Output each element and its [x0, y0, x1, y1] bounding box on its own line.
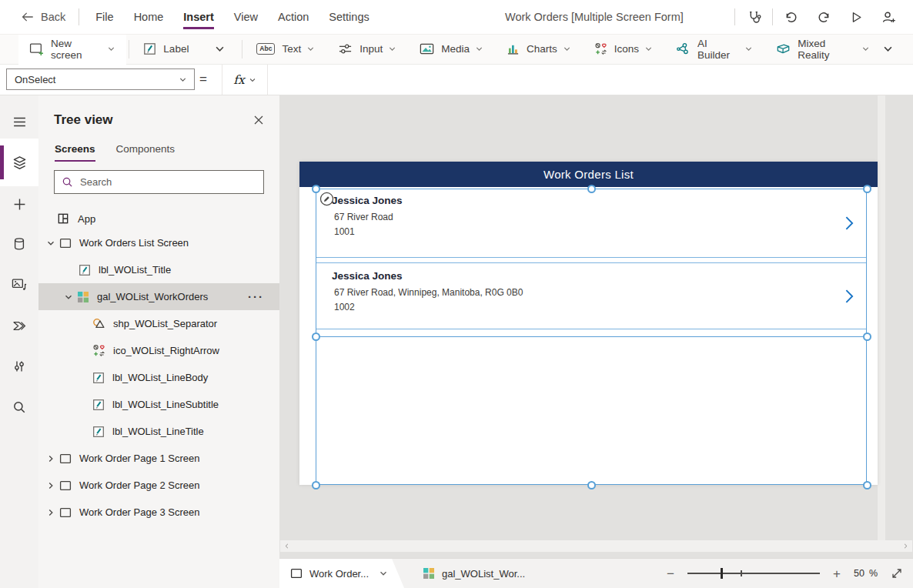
zoom-in-button[interactable]: +	[833, 567, 841, 580]
text-menu-button[interactable]: Abc Text	[245, 34, 326, 65]
back-arrow-icon	[21, 12, 34, 22]
insert-rail-button[interactable]	[0, 187, 38, 221]
menu-item-view[interactable]: View	[224, 0, 268, 34]
tree-item-lbl-wolist-linetitle[interactable]: lbl_WOList_LineTitle	[38, 418, 279, 445]
back-button[interactable]: Back	[0, 11, 79, 23]
selection-handle-mid-right[interactable]	[863, 332, 871, 341]
close-panel-button[interactable]	[253, 115, 264, 125]
screen-title-text: Work Orders List	[543, 168, 634, 181]
undo-button[interactable]	[778, 4, 805, 30]
tree-item-work-order-page-1-screen[interactable]: Work Order Page 1 Screen	[38, 445, 279, 472]
scroll-left-arrow-icon[interactable]	[283, 543, 290, 550]
menu-item-action[interactable]: Action	[268, 0, 319, 34]
menu-item-insert[interactable]: Insert	[173, 0, 224, 34]
data-rail-button[interactable]	[0, 227, 38, 261]
chevron-down-icon	[107, 45, 115, 53]
property-dropdown[interactable]: OnSelect	[6, 68, 195, 90]
menu-item-file[interactable]: File	[85, 0, 123, 34]
hamburger-menu-button[interactable]	[0, 105, 38, 139]
advanced-tools-rail-button[interactable]	[0, 349, 38, 383]
mixed-reality-menu-button[interactable]: Mixed Reality	[764, 34, 881, 65]
tree-search-box	[54, 170, 264, 194]
ai-builder-menu-button[interactable]: AI Builder	[664, 34, 764, 65]
item-subtitle[interactable]: 67 River Road, Winnipeg, Manitoba, R0G 0…	[334, 287, 523, 298]
right-arrow-icon[interactable]	[845, 289, 854, 304]
chevron-down-icon	[881, 43, 895, 55]
chevron-right-icon[interactable]	[46, 454, 55, 463]
icons-menu-button[interactable]: Icons	[583, 34, 664, 65]
hamburger-icon	[12, 116, 27, 128]
selection-handle-top-left[interactable]	[312, 185, 320, 193]
tree-view-rail-button[interactable]	[0, 139, 38, 186]
chevron-down-icon	[475, 45, 483, 53]
search-rail-button[interactable]	[0, 390, 38, 424]
selection-handle-top-right[interactable]	[863, 185, 871, 193]
selection-handle-bottom-mid[interactable]	[587, 481, 596, 489]
zoom-slider[interactable]	[687, 568, 820, 579]
preview-button[interactable]	[842, 4, 870, 30]
zoom-slider-thumb[interactable]	[721, 568, 723, 579]
tab-screens[interactable]: Screens	[55, 143, 95, 162]
tree-item-app[interactable]: App	[38, 206, 279, 231]
input-menu-button[interactable]: Input	[326, 34, 408, 65]
label-dropdown-button[interactable]	[200, 34, 239, 65]
chevron-down-icon[interactable]	[46, 239, 55, 248]
label-icon	[92, 399, 105, 411]
chevron-right-icon[interactable]	[46, 481, 55, 490]
right-arrow-icon[interactable]	[845, 215, 854, 231]
new-screen-button[interactable]: New screen	[18, 34, 126, 65]
media-rail-button[interactable]	[0, 268, 38, 302]
chevron-right-icon[interactable]	[46, 508, 55, 517]
gallery-item-2[interactable]: Jessica Jones 67 River Road, Winnipeg, M…	[316, 262, 867, 329]
bar-chart-icon	[507, 42, 520, 55]
zoom-out-button[interactable]: −	[667, 567, 674, 580]
charts-label: Charts	[527, 43, 557, 55]
item-title[interactable]: Jessica Jones	[332, 195, 403, 206]
tree-item-work-order-page-2-screen[interactable]: Work Order Page 2 Screen	[38, 472, 279, 499]
formula-editor[interactable]: // change forms to view mode ViewForm(fr…	[277, 65, 913, 97]
selection-handle-top-mid[interactable]	[587, 185, 596, 193]
selected-control-breadcrumb[interactable]: gal_WOList_Wor...	[423, 559, 525, 588]
tree-item-ico-wolist-rightarrow[interactable]: ico_WOList_RightArrow	[38, 337, 279, 364]
ribbon-overflow-button[interactable]	[881, 34, 913, 65]
redo-button[interactable]	[810, 4, 838, 30]
item-body[interactable]: 1001	[334, 226, 355, 237]
screen-title-label[interactable]: Work Orders List	[299, 162, 878, 187]
selection-handle-mid-left[interactable]	[312, 332, 320, 341]
chevron-down-icon[interactable]	[64, 292, 73, 302]
scroll-right-arrow-icon[interactable]	[902, 543, 909, 550]
selection-handle-bottom-left[interactable]	[312, 481, 320, 489]
menu-item-home[interactable]: Home	[124, 0, 174, 34]
tab-components[interactable]: Components	[116, 143, 176, 162]
canvas-horizontal-scrollbar[interactable]	[280, 540, 912, 552]
tree-item-work-order-page-3-screen[interactable]: Work Order Page 3 Screen	[38, 499, 279, 526]
selection-handle-bottom-right[interactable]	[863, 481, 871, 489]
tree-item-lbl-wolist-linesubtitle[interactable]: lbl_WOList_LineSubtitle	[38, 391, 279, 418]
zoom-slider-track[interactable]	[687, 573, 820, 574]
label-button[interactable]: Label	[132, 34, 200, 65]
search-input[interactable]	[79, 175, 256, 189]
play-icon	[850, 11, 863, 24]
charts-menu-button[interactable]: Charts	[495, 34, 583, 65]
app-checker-button[interactable]	[740, 4, 768, 30]
menu-item-settings[interactable]: Settings	[319, 0, 379, 34]
item-subtitle[interactable]: 67 River Road	[334, 212, 393, 222]
chevron-down-icon	[644, 45, 653, 53]
tree-item-shp-wolist-separator[interactable]: shp_WOList_Separator	[38, 310, 279, 337]
fit-to-window-button[interactable]	[891, 567, 903, 580]
screen-selector[interactable]: Work Order...	[279, 559, 404, 588]
row-options-button[interactable]: ···	[248, 290, 279, 303]
stethoscope-icon	[747, 10, 761, 24]
gallery-item-1[interactable]: Jessica Jones 67 River Road 1001	[316, 189, 867, 258]
fx-dropdown[interactable]: fx	[222, 65, 268, 95]
media-menu-button[interactable]: Media	[408, 34, 495, 65]
power-automate-rail-button[interactable]	[0, 309, 38, 342]
item-title[interactable]: Jessica Jones	[332, 270, 403, 282]
tree-tabs: Screens Components	[55, 143, 175, 162]
item-body[interactable]: 1002	[334, 302, 355, 312]
tree-item-lbl-wolist-linebody[interactable]: lbl_WOList_LineBody	[38, 364, 279, 391]
tree-item-work-orders-list-screen[interactable]: Work Orders List Screen	[38, 229, 279, 256]
tree-item-gal-wolist-workorders[interactable]: gal_WOList_WorkOrders ···	[38, 283, 279, 310]
tree-item-lbl-wolist-title[interactable]: lbl_WOList_Title	[38, 256, 279, 283]
share-button[interactable]	[875, 4, 902, 30]
